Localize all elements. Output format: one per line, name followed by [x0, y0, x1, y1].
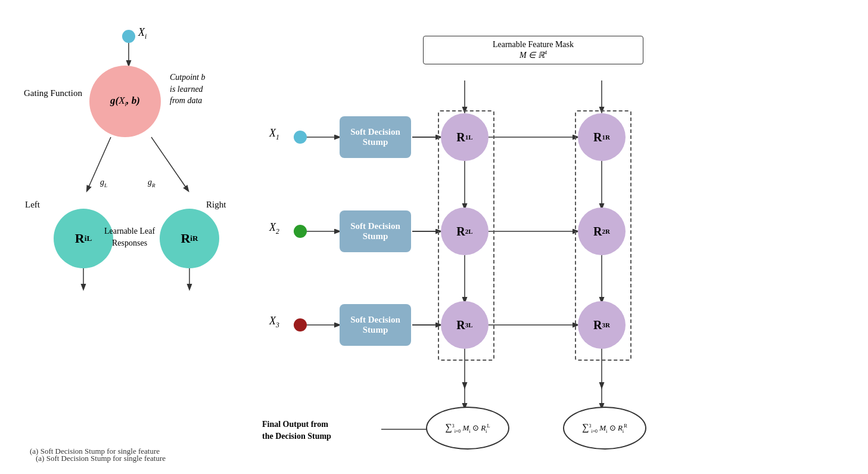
feat-label-x2: X2	[269, 221, 279, 236]
output-ellipse-right: ∑3i=0 Mi ⊙ RiR	[563, 407, 646, 450]
stump-box-2: Soft DecisionStump	[340, 210, 411, 252]
stump-box-3: Soft DecisionStump	[340, 304, 411, 346]
r3r-node: R3R	[578, 301, 626, 349]
diagram-container: Xi g(Xi, b) Gating Function Cutpoint bis…	[0, 0, 868, 474]
feat-node-x3	[294, 318, 307, 332]
feature-mask-math: M ∈ ℝ4	[431, 49, 636, 60]
r1l-node: R1L	[441, 113, 489, 161]
left-panel: Xi g(Xi, b) Gating Function Cutpoint bis…	[12, 18, 262, 456]
xi-node-left	[122, 30, 135, 43]
right-label: Right	[206, 200, 226, 210]
caption-text: (a) Soft Decision Stump for single featu…	[36, 454, 166, 463]
gl-label: gL	[100, 178, 107, 188]
r1r-node: R1R	[578, 113, 626, 161]
feat-node-x1	[294, 131, 307, 144]
feature-mask-box: Learnable Feature Mask M ∈ ℝ4	[423, 36, 643, 64]
r2l-node: R2L	[441, 207, 489, 255]
feat-label-x1: X1	[269, 127, 279, 141]
xi-label-left: Xi	[138, 26, 147, 41]
right-panel: Learnable Feature Mask M ∈ ℝ4 X1 Soft De…	[262, 18, 856, 456]
feat-label-x3: X3	[269, 315, 279, 329]
gr-label: gR	[148, 178, 155, 188]
learnable-label: Learnable LeafResponses	[104, 225, 155, 249]
output-ellipse-left: ∑3i=0 Mi ⊙ RiL	[426, 407, 509, 450]
gating-function-label: Gating Function	[24, 88, 82, 98]
svg-line-2	[151, 137, 188, 191]
final-output-label: Final Output fromthe Decision Stump	[262, 419, 331, 442]
feature-mask-title: Learnable Feature Mask	[431, 40, 636, 49]
r3l-node: R3L	[441, 301, 489, 349]
gating-node: g(Xi, b)	[89, 66, 161, 137]
cutpoint-label: Cutpoint bis learnedfrom data	[170, 72, 206, 107]
rr-node: RiR	[160, 209, 219, 268]
r2r-node: R2R	[578, 207, 626, 255]
stump-box-1: Soft DecisionStump	[340, 116, 411, 158]
feat-node-x2	[294, 225, 307, 238]
left-label: Left	[25, 200, 40, 210]
